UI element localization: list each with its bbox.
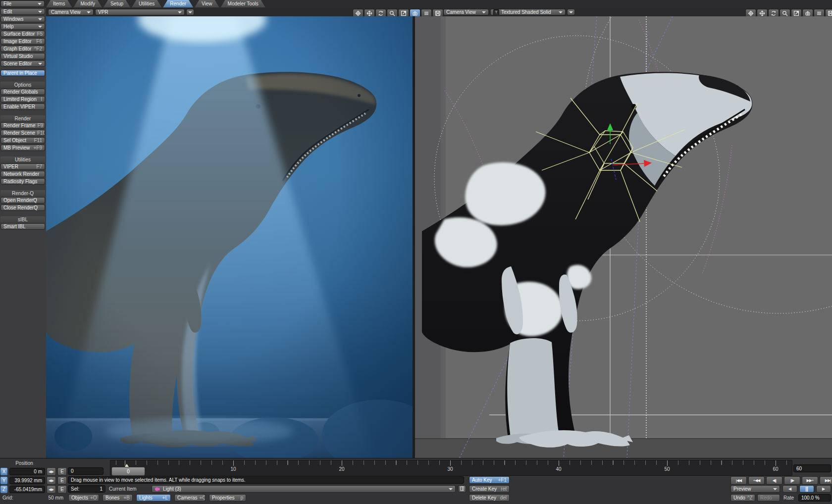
undo-label: Undo [733, 495, 745, 501]
right-view-mode-dropdown[interactable]: Camera View [443, 9, 489, 15]
auto-key-button[interactable]: Auto Key+F1 [469, 476, 510, 484]
undo-button[interactable]: Undo ^Z [730, 494, 755, 502]
go-to-end-button[interactable]: ▶▶| [820, 476, 832, 485]
sidebar-item-limited-region[interactable]: Limited Regionl [0, 96, 45, 102]
redo-button[interactable]: Redo [757, 494, 780, 502]
right-render-mode-dropdown[interactable]: T Textured Shaded Solid [490, 9, 566, 15]
rate-field[interactable]: 100.0 % [798, 494, 831, 502]
sidebar-item-render-globals[interactable]: Render Globals [0, 89, 45, 95]
sidebar-item-render-scene[interactable]: Render SceneF10 [0, 130, 45, 136]
axis-y-stepper[interactable]: ◀▶ [47, 476, 56, 485]
selection-count-field: Sel: 1 [68, 485, 105, 493]
current-item-dropdown[interactable]: Light (3) [152, 485, 456, 493]
axis-z-stepper[interactable]: ◀▶ [47, 485, 56, 494]
sidebar-item-open-renderq[interactable]: Open RenderQ [0, 197, 45, 203]
sidebar-menu-help[interactable]: Help [0, 23, 45, 30]
preview-dropdown[interactable]: Preview [730, 485, 780, 493]
create-key-button[interactable]: Create Keyret [469, 485, 510, 493]
left-viewport-vpr-render[interactable] [46, 16, 413, 458]
sidebar-item-graph-editor[interactable]: Graph Editor^F2 [0, 46, 45, 52]
ruler-label-40: 40 [556, 466, 561, 472]
right-view-mode-label: Camera View [446, 9, 476, 15]
end-frame-field[interactable]: 60 [793, 464, 831, 472]
item-tab-cameras[interactable]: Cameras+C [174, 494, 206, 502]
sidebar-menu-edit[interactable]: Edit [0, 8, 45, 15]
play-button[interactable]: ▶ [816, 485, 831, 493]
tab-items[interactable]: Items [46, 0, 72, 7]
trex-model [422, 72, 752, 448]
grid-label: Grid: [2, 495, 13, 501]
sidebar-section-render-q: Render-Q [0, 190, 45, 196]
item-tab-properties[interactable]: Propertiesp [209, 494, 246, 502]
sidebar-section-sibl: sIBL [0, 216, 45, 222]
axis-x-value-field[interactable]: 0 m [9, 468, 45, 475]
item-tab-lights[interactable]: Lights+L [136, 494, 171, 502]
sidebar-item-scene-editor[interactable]: Scene Editor [0, 60, 45, 67]
file-menu[interactable]: File [0, 0, 45, 7]
item-panel-button[interactable] [458, 485, 466, 493]
timeline-ruler[interactable]: 0102030405060 0 [110, 460, 792, 476]
left-view-mode-label: Camera View [51, 9, 81, 15]
rate-label: Rate [783, 495, 794, 501]
undo-shortcut: ^Z [745, 495, 753, 501]
sidebar-item-mb-preview[interactable]: MB Preview+F9 [0, 145, 45, 151]
delete-key-button[interactable]: Delete Keydel [469, 494, 510, 502]
ruler-major-tick [233, 460, 234, 466]
sidebar-item-radiosity-flags[interactable]: Radiosity Flags [0, 178, 45, 185]
right-viewport-opengl[interactable] [415, 16, 832, 458]
lightwave-layout-window: File ItemsModifySetupUtilitiesRenderView… [0, 0, 832, 504]
tab-utilities[interactable]: Utilities [132, 0, 161, 7]
sidebar-item-sel-object[interactable]: Sel ObjectF11 [0, 137, 45, 144]
axis-y-button[interactable]: Y [0, 476, 8, 485]
previous-key-button[interactable]: +◀◀ [748, 476, 765, 485]
axis-z-envelope-button[interactable]: E [57, 485, 67, 494]
redo-label: Redo [760, 495, 772, 501]
sidebar-item-smart-ibl[interactable]: Smart IBL [0, 223, 45, 230]
axis-x-envelope-button[interactable]: E [57, 467, 67, 476]
right-viewport-options-dropdown[interactable] [567, 9, 575, 15]
tab-modeler-tools[interactable]: Modeler Tools [221, 0, 265, 7]
end-frame-value: 60 [796, 466, 802, 471]
left-render-mode-label: VPR [98, 9, 108, 15]
ruler-label-50: 50 [664, 466, 670, 472]
axis-y-envelope-button[interactable]: E [57, 476, 67, 485]
sidebar-menu-windows[interactable]: Windows [0, 16, 45, 22]
next-key-button[interactable]: ▶▶+ [802, 476, 818, 485]
tab-setup[interactable]: Setup [104, 0, 130, 7]
current-frame-field[interactable]: 0 [68, 467, 104, 475]
sidebar-item-surface-editor[interactable]: Surface EditorF5 [0, 31, 45, 37]
frame-marker-icon [125, 462, 129, 467]
play-reverse-icon: ◀ [788, 487, 791, 491]
current-frame-value: 0 [71, 468, 74, 474]
tab-modify[interactable]: Modify [73, 0, 102, 7]
sidebar-section-utilities: Utilities [0, 156, 45, 162]
sidebar-item-image-editor[interactable]: Image EditorF6 [0, 38, 45, 45]
axis-z-value-field[interactable]: -65.0419mm [9, 486, 45, 493]
item-tab-objects[interactable]: Objects+O [68, 494, 99, 502]
ruler-label-10: 10 [230, 466, 236, 472]
sidebar-item-virtual-studio[interactable]: Virtual Studio [0, 53, 45, 59]
sidebar-item-enable-viper[interactable]: Enable VIPER [0, 103, 45, 110]
axis-z-button[interactable]: Z [0, 485, 8, 494]
item-tab-bones[interactable]: Bones+B [103, 494, 133, 502]
sidebar-item-close-renderq[interactable]: Close RenderQ [0, 204, 45, 211]
step-forward-button[interactable]: ||▶ [784, 476, 800, 485]
sidebar-item-render-frame[interactable]: Render FrameF9 [0, 122, 45, 129]
tab-render[interactable]: Render [163, 0, 193, 7]
axis-x-button[interactable]: X [0, 467, 8, 476]
frame-slider-handle[interactable]: 0 [111, 467, 145, 476]
sidebar-item-parent-in-place[interactable]: Parent in Place [0, 70, 45, 76]
go-to-start-button[interactable]: |◀◀ [730, 476, 747, 485]
left-render-mode-dropdown[interactable]: VPR [95, 9, 185, 15]
left-viewport-options-dropdown[interactable] [186, 9, 194, 15]
axis-x-stepper[interactable]: ◀▶ [47, 467, 56, 476]
sidebar-item-network-render[interactable]: Network Render [0, 171, 45, 177]
opengl-trex-scene [415, 16, 832, 458]
left-view-mode-dropdown[interactable]: Camera View [48, 9, 94, 15]
step-back-button[interactable]: ◀|| [766, 476, 782, 485]
tab-view[interactable]: View [195, 0, 219, 7]
axis-y-value-field[interactable]: 39.9992 mm [9, 477, 45, 484]
pause-button[interactable]: || [799, 485, 814, 493]
play-reverse-button[interactable]: ◀ [782, 485, 797, 493]
sidebar-item-viper[interactable]: VIPERF7 [0, 163, 45, 170]
